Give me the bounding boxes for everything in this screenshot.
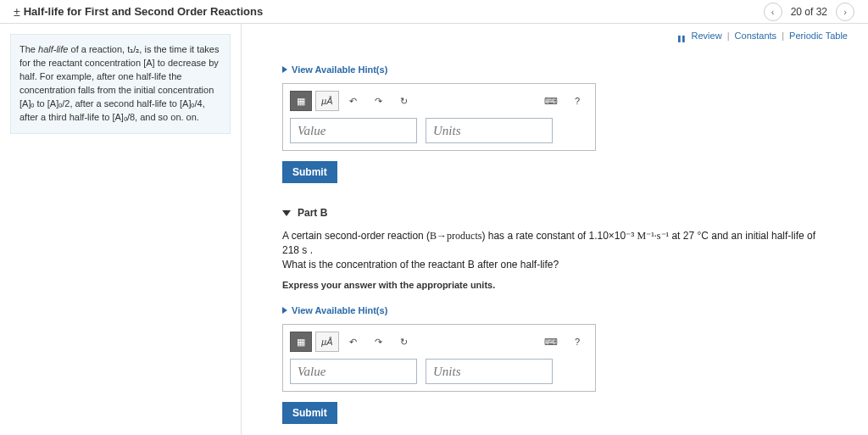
reset-button[interactable]: ↻ [393,91,415,111]
review-link[interactable]: Review [692,31,722,41]
part-b-instruction: Express your answer with the appropriate… [282,280,848,290]
undo-button[interactable]: ↶ [342,332,364,352]
part-b-question: A certain second-order reaction (B→produ… [282,229,825,271]
undo-button[interactable]: ↶ [342,91,364,111]
keyboard-button[interactable]: ⌨ [539,332,563,352]
reset-button[interactable]: ↻ [393,332,415,352]
answer-box-b: ▦ µÅ ↶ ↷ ↻ ⌨ ? [282,324,596,392]
collapse-toggle-icon[interactable]: ± [14,5,20,19]
special-chars-button[interactable]: µÅ [315,91,339,111]
help-button[interactable]: ? [566,91,588,111]
submit-button-b[interactable]: Submit [282,402,337,424]
value-input-b[interactable] [290,359,417,384]
template-button[interactable]: ▦ [290,332,312,352]
keyboard-button[interactable]: ⌨ [539,91,563,111]
caret-down-icon [282,210,291,216]
sidebar: The half-life of a reaction, t₁/₂, is th… [0,24,242,435]
redo-button[interactable]: ↷ [368,91,390,111]
hints-toggle-b[interactable]: View Available Hint(s) [282,305,387,315]
page-title: Half-life for First and Second Order Rea… [24,5,263,18]
redo-button[interactable]: ↷ [368,332,390,352]
units-input-b[interactable] [426,359,553,384]
content-area: Review | Constants | Periodic Table View… [242,24,868,435]
top-bar: ± Half-life for First and Second Order R… [0,0,868,24]
value-input-a[interactable] [290,118,417,143]
intro-box: The half-life of a reaction, t₁/₂, is th… [10,34,231,134]
resource-links: Review | Constants | Periodic Table [676,31,848,41]
caret-right-icon [282,66,287,73]
page-indicator: 20 of 32 [791,6,827,18]
review-icon [676,32,685,41]
template-button[interactable]: ▦ [290,91,312,111]
prev-button[interactable]: ‹ [764,3,782,21]
answer-box-a: ▦ µÅ ↶ ↷ ↻ ⌨ ? [282,83,596,151]
next-button[interactable]: › [836,3,854,21]
caret-right-icon [282,307,287,314]
hints-toggle-a[interactable]: View Available Hint(s) [282,64,387,75]
special-chars-button[interactable]: µÅ [315,332,339,352]
submit-button-a[interactable]: Submit [282,161,337,183]
help-button[interactable]: ? [566,332,588,352]
units-input-a[interactable] [426,118,553,143]
periodic-table-link[interactable]: Periodic Table [789,31,848,41]
constants-link[interactable]: Constants [735,31,777,41]
part-b-header[interactable]: Part B [282,207,848,219]
